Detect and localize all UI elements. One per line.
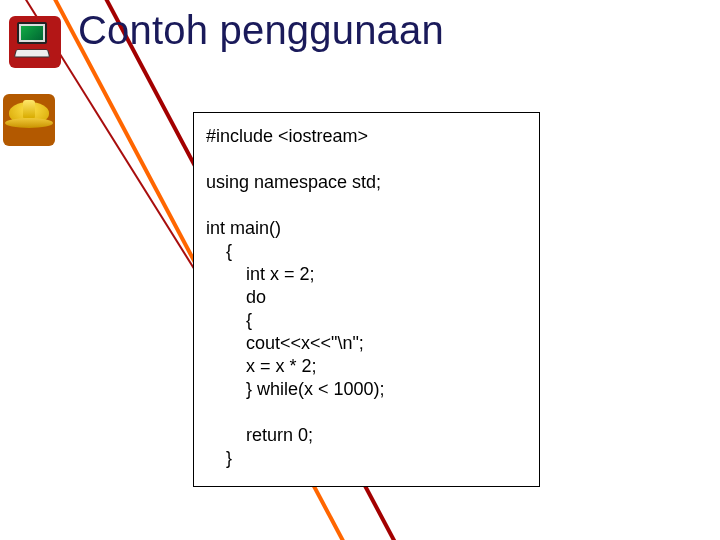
slide: Contoh penggunaan #include <iostream> us…	[0, 0, 720, 540]
code-content: #include <iostream> using namespace std;…	[206, 125, 527, 470]
slide-title: Contoh penggunaan	[78, 8, 444, 53]
clipart-computer-icon	[9, 16, 61, 68]
clipart-hardhat-icon	[3, 94, 55, 146]
code-box: #include <iostream> using namespace std;…	[193, 112, 540, 487]
